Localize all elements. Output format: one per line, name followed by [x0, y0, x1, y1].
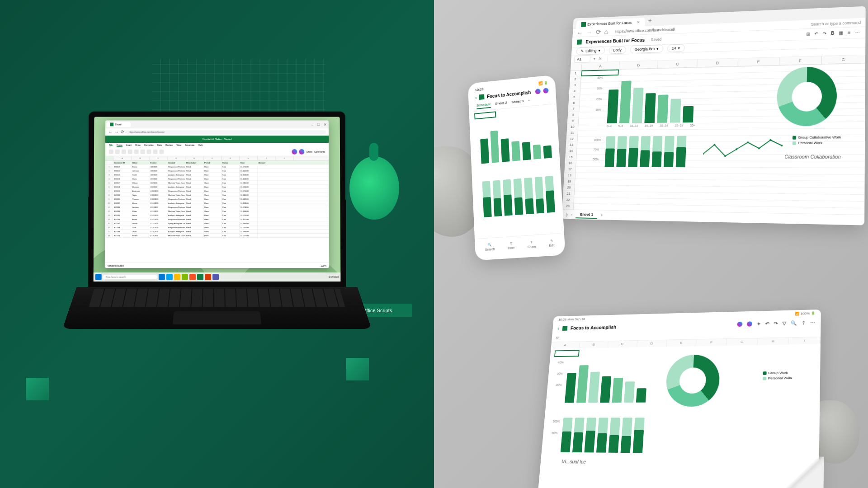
column-header[interactable]: E: [738, 57, 779, 66]
cell[interactable]: $1,190.00: [240, 209, 258, 213]
paste-icon[interactable]: [109, 150, 113, 154]
cell[interactable]: 800140: [113, 234, 131, 237]
cell[interactable]: $1,278.00: [240, 205, 258, 209]
collab-avatar[interactable]: [299, 149, 305, 155]
column-header[interactable]: F: [696, 339, 727, 346]
header-cell[interactable]: [105, 161, 113, 164]
cell[interactable]: Retail: [185, 225, 203, 229]
column-header[interactable]: B: [579, 341, 608, 348]
align-icon[interactable]: ≡: [848, 30, 850, 35]
cell[interactable]: Brown: [132, 165, 150, 169]
cell[interactable]: Done: [203, 177, 222, 180]
cell[interactable]: 800125: [113, 173, 132, 177]
taskbar-app-icon[interactable]: [197, 274, 203, 280]
ribbon-tab[interactable]: Home: [116, 144, 122, 147]
cell[interactable]: 800129: [113, 189, 131, 192]
cell[interactable]: Retail: [185, 189, 203, 192]
close-tab-icon[interactable]: ✕: [637, 20, 640, 25]
taskbar-app-icon[interactable]: [182, 274, 188, 280]
cell[interactable]: $1,271.00: [240, 165, 258, 169]
cell[interactable]: 4: [105, 177, 113, 180]
cell[interactable]: 9: [105, 197, 113, 201]
forward-icon[interactable]: →: [114, 129, 119, 134]
cell[interactable]: Retail: [185, 169, 203, 173]
row-header[interactable]: 23: [562, 203, 573, 209]
refresh-icon[interactable]: ⟳: [595, 28, 601, 36]
header-cell[interactable]: Invoice: [149, 161, 167, 164]
sheet-canvas[interactable]: 40%30%20%10% 0–45–910–1415–1920–2425–293…: [574, 63, 865, 215]
cell[interactable]: Done: [203, 197, 222, 201]
column-header[interactable]: [105, 156, 113, 160]
cell[interactable]: 800136: [113, 217, 131, 221]
refresh-icon[interactable]: ⟳: [121, 129, 124, 134]
fill-icon[interactable]: [134, 150, 139, 154]
sheet-tab[interactable]: Sheet 3: [511, 99, 524, 106]
table-row[interactable]: 6800128Martinez1/9/2023Analytics Enterpr…: [105, 185, 329, 189]
cell[interactable]: 1/8/2023: [149, 173, 167, 177]
sheet-canvas[interactable]: [472, 104, 561, 238]
header-cell[interactable]: Created: [167, 161, 185, 164]
cell[interactable]: Thomas: [131, 197, 149, 201]
cell[interactable]: Jackson: [131, 205, 149, 209]
row-header[interactable]: 1: [570, 70, 581, 77]
cell[interactable]: Lewis: [131, 230, 149, 233]
cell[interactable]: 1/10/2023: [149, 193, 167, 197]
row-header[interactable]: 14: [566, 148, 577, 154]
row-header[interactable]: 6: [568, 100, 580, 106]
cell[interactable]: Done: [203, 173, 222, 177]
filter-icon[interactable]: ▽: [782, 320, 786, 326]
row-header[interactable]: 11: [566, 130, 578, 136]
cell[interactable]: 800137: [113, 221, 131, 225]
minimize-button[interactable]: –: [311, 122, 313, 127]
cell[interactable]: Retail: [185, 197, 203, 201]
back-icon[interactable]: ←: [576, 29, 583, 37]
cell[interactable]: Cost: [222, 181, 240, 184]
fx-icon[interactable]: fx: [599, 56, 602, 61]
zoom-level[interactable]: 100%: [321, 264, 326, 267]
table-row[interactable]: 18800140Walker1/13/2023Machine Vision Co…: [105, 234, 329, 238]
cell[interactable]: Done: [203, 221, 222, 225]
cell[interactable]: Retail: [185, 230, 203, 233]
cell[interactable]: 10: [105, 201, 113, 205]
sheet-tab[interactable]: Sheet 1: [576, 211, 597, 219]
table-row[interactable]: 13800135Harris1/12/2023Analytics Enterpr…: [105, 213, 329, 217]
forward-icon[interactable]: →: [586, 28, 593, 36]
ribbon-tab[interactable]: View: [176, 144, 181, 147]
cell[interactable]: 1/9/2023: [149, 177, 167, 180]
cell[interactable]: Retail: [185, 185, 203, 188]
cell[interactable]: 14: [105, 217, 113, 221]
row-header[interactable]: 18: [564, 172, 575, 178]
taskbar-search[interactable]: Type here to search: [103, 275, 157, 279]
ribbon-tab[interactable]: Automate: [185, 144, 194, 147]
cell[interactable]: Machine Vision Core License: [167, 209, 185, 213]
cell[interactable]: Done: [203, 169, 222, 173]
cell[interactable]: Analytics Enterprise Suite: [167, 173, 185, 177]
cell[interactable]: Retail: [185, 193, 203, 197]
sheet-tab[interactable]: Sheet 2: [495, 101, 507, 108]
cell[interactable]: 1/10/2023: [149, 197, 167, 201]
cell[interactable]: Open: [203, 193, 222, 197]
nav-share[interactable]: ⇪Share: [527, 240, 536, 249]
header-cell[interactable]: Status: [222, 161, 240, 164]
cell[interactable]: $1,390.00: [240, 230, 258, 233]
taskbar-app-icon[interactable]: [189, 274, 196, 280]
table-row[interactable]: 7800129Anderson1/10/2023Responsive Perfo…: [105, 189, 329, 193]
taskbar-app-icon[interactable]: [166, 274, 173, 280]
row-header[interactable]: 13: [566, 142, 577, 148]
cell[interactable]: Retail: [185, 234, 203, 237]
cell[interactable]: 3: [105, 173, 113, 177]
cell[interactable]: Retail: [185, 173, 203, 177]
row-header[interactable]: 17: [564, 166, 576, 173]
cell[interactable]: Cost: [222, 230, 240, 233]
cell[interactable]: 1/12/2023: [149, 213, 167, 217]
cell[interactable]: $1,205.00: [240, 225, 258, 229]
ribbon-tab[interactable]: Insert: [126, 144, 132, 147]
cell[interactable]: Done: [203, 189, 222, 192]
cell[interactable]: 2: [105, 169, 113, 173]
cell[interactable]: Harris: [131, 213, 149, 217]
ribbon-tab[interactable]: Formulas: [144, 144, 154, 147]
table-row[interactable]: 12800134White1/11/2023Machine Vision Cor…: [105, 209, 329, 213]
cell[interactable]: $1,120.00: [240, 177, 258, 180]
cell[interactable]: Cost: [222, 177, 240, 180]
cell[interactable]: 1/12/2023: [149, 221, 167, 225]
